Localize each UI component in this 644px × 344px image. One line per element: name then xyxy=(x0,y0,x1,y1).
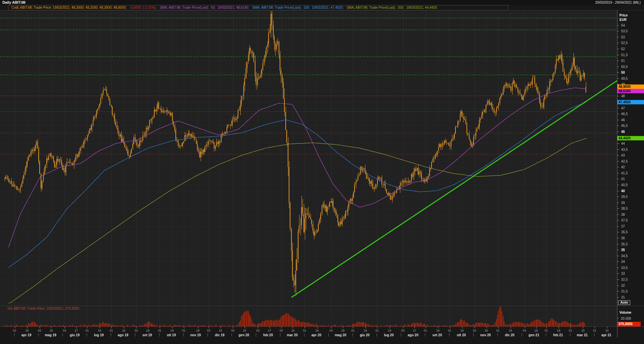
month-label: lug 20 xyxy=(384,333,394,337)
day-tick-label: 18 xyxy=(341,329,345,332)
price-tick-label: 36,5 xyxy=(621,230,628,234)
legend-candle-series[interactable]: Cndl; ABIT.MI; Trade Price; 19/03/2021; … xyxy=(11,6,126,9)
month-label: ago 19 xyxy=(118,333,128,337)
day-tick-label: 16 xyxy=(436,329,440,332)
day-tick-label: 16 xyxy=(315,329,319,332)
month-separator: | xyxy=(14,333,15,337)
month-label: ott 20 xyxy=(457,333,466,337)
price-tick-label: 41,5 xyxy=(621,171,628,175)
day-tick-label: 04 xyxy=(329,329,333,332)
day-tick-label: 17 xyxy=(413,329,416,332)
price-tick-label: 52 xyxy=(621,47,625,50)
price-tick-label: 31 xyxy=(621,295,625,299)
sma200-badge: 44,4420 xyxy=(617,136,644,140)
price-tick-label: 54 xyxy=(621,23,625,27)
volume-legend[interactable]: Vol; ABIT.MI; Trade Price; 19/03/2021; 3… xyxy=(7,307,79,310)
price-tick-label: 46 xyxy=(621,118,625,122)
month-separator: | xyxy=(473,333,474,337)
price-tick-label: 43,5 xyxy=(621,147,628,151)
day-tick-label: 17 xyxy=(268,329,271,332)
month-separator: | xyxy=(280,333,281,337)
price-axis-title-line2: EUR xyxy=(619,18,628,22)
day-tick-label: 02 xyxy=(231,329,235,332)
day-tick-label: 16 xyxy=(146,329,150,332)
month-separator: | xyxy=(255,333,256,337)
month-label: gen 20 xyxy=(239,333,249,337)
month-separator: | xyxy=(111,333,112,337)
price-tick-label: 31,5 xyxy=(621,289,628,293)
day-tick-label: 16 xyxy=(485,329,488,332)
month-label: dic 19 xyxy=(215,333,225,337)
month-label: set 20 xyxy=(433,333,442,337)
day-tick-label: 16 xyxy=(509,329,512,332)
legend-sma200[interactable]: SMA; ABIT.MI; Trade Price(Last); 200; 19… xyxy=(347,6,437,9)
auto-scale-button[interactable]: Auto xyxy=(618,300,630,305)
day-tick-label: 18 xyxy=(196,329,200,332)
price-tick-label: 33,5 xyxy=(621,266,628,269)
month-separator: | xyxy=(521,333,522,337)
month-label: mar 20 xyxy=(287,333,297,337)
price-axis-title: Price EUR xyxy=(619,13,628,22)
month-separator: | xyxy=(38,333,39,337)
sma50-badge: 48,6160 xyxy=(617,89,644,93)
month-label: set 19 xyxy=(143,333,152,337)
month-label: mag 19 xyxy=(45,333,56,337)
legend-sma100[interactable]: SMA; ABIT.MI; Trade Price(Last); 100; 19… xyxy=(252,6,344,9)
chart-date-range: 20/03/2019 - 29/04/2021 (MIL) xyxy=(595,1,644,4)
chart-title-bar: Daily ABIT.MI 20/03/2019 - 29/04/2021 (M… xyxy=(0,0,644,5)
month-separator: | xyxy=(159,333,160,337)
month-separator: | xyxy=(62,333,63,337)
month-separator: | xyxy=(135,333,136,337)
day-tick-label: 01 xyxy=(158,329,161,332)
price-tick-label: 38 xyxy=(621,212,625,216)
last-price-badge: 48,8000 xyxy=(617,84,644,89)
day-tick-label: 16 xyxy=(291,329,294,332)
price-tick-label: 34 xyxy=(621,260,625,264)
price-tick-label: 46,5 xyxy=(621,112,628,116)
series-legend[interactable]: Cndl; ABIT.MI; Trade Price; 19/03/2021; … xyxy=(8,5,509,10)
month-label: giu 20 xyxy=(360,333,370,337)
day-tick-label: 16 xyxy=(605,329,609,332)
day-tick-label: 16 xyxy=(170,329,174,332)
month-separator: | xyxy=(352,333,353,337)
chart-title: Daily ABIT.MI xyxy=(0,0,26,4)
day-tick-label: 16 xyxy=(364,329,367,332)
day-tick-label: 16 xyxy=(25,329,29,332)
price-tick-label: 35,5 xyxy=(621,242,628,246)
day-tick-label: 04 xyxy=(523,329,526,332)
month-separator: | xyxy=(231,333,232,337)
legend-net-change: -0,5000; (-1,01%); xyxy=(129,6,157,9)
month-label: feb 21 xyxy=(553,333,563,337)
price-chart-canvas[interactable] xyxy=(0,0,644,344)
price-tick-label: 35 xyxy=(621,248,625,252)
day-tick-label: 01 xyxy=(85,329,89,332)
month-separator: | xyxy=(183,333,184,337)
day-tick-label: 03 xyxy=(63,329,66,332)
day-tick-label: 02 xyxy=(280,329,283,332)
month-separator: | xyxy=(207,333,208,337)
month-label: gen 21 xyxy=(529,333,539,337)
month-label: mag 20 xyxy=(335,333,346,337)
day-tick-label: 16 xyxy=(49,329,53,332)
day-tick-label: 16 xyxy=(388,329,391,332)
volume-badge: 375,0000 xyxy=(617,322,641,326)
day-tick-label: 17 xyxy=(75,329,78,332)
month-separator: | xyxy=(376,333,377,337)
price-tick-label: 36 xyxy=(621,236,625,240)
day-tick-label: 01 xyxy=(593,329,596,332)
day-tick-label: 01 xyxy=(496,329,500,332)
day-tick-label: 01 xyxy=(351,329,355,332)
month-label: nov 20 xyxy=(480,333,491,337)
legend-sma50[interactable]: SMA; ABIT.MI; Trade Price(Last); 50; 19/… xyxy=(160,6,249,9)
price-tick-label: 33 xyxy=(621,272,625,275)
month-label: nov 19 xyxy=(190,333,201,337)
day-tick-label: 16 xyxy=(122,329,125,332)
price-tick-label: 39 xyxy=(621,201,625,204)
month-separator: | xyxy=(425,333,426,337)
month-separator: | xyxy=(449,333,450,337)
day-tick-label: 01 xyxy=(569,329,572,332)
charting-app-window: Daily ABIT.MI 20/03/2019 - 29/04/2021 (M… xyxy=(0,0,644,344)
day-tick-label: 16 xyxy=(460,329,464,332)
day-tick-label: 01 xyxy=(375,329,379,332)
day-tick-label: 03 xyxy=(256,329,259,332)
